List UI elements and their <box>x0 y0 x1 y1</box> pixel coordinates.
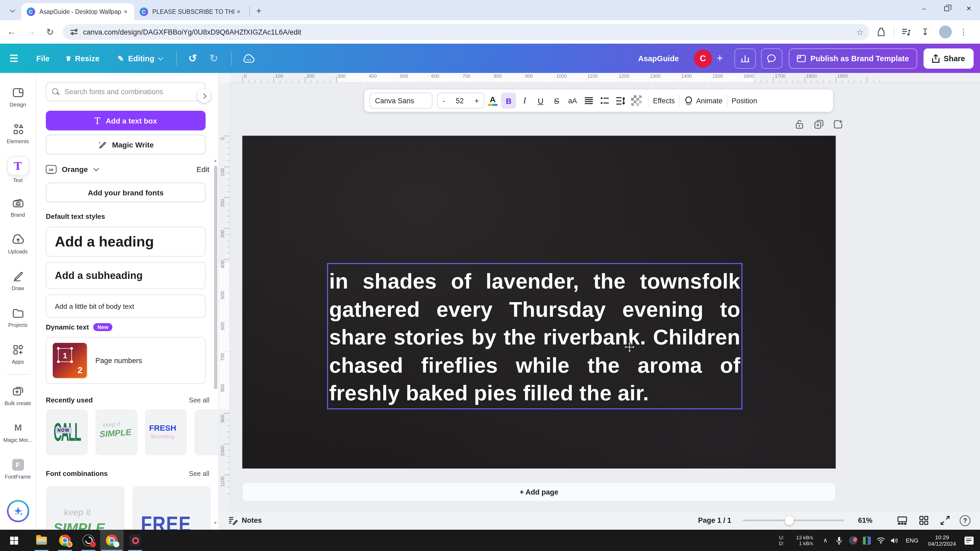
sidebar-item-elements[interactable]: Elements <box>1 115 35 152</box>
canvas-text-block[interactable]: in shades of lavender, the townsfolk gat… <box>329 267 740 407</box>
minimize-button[interactable]: – <box>913 0 935 17</box>
italic-button[interactable]: I <box>517 93 532 109</box>
screen-recorder-button[interactable] <box>124 530 147 551</box>
lock-icon[interactable] <box>793 118 806 130</box>
user-avatar[interactable]: C <box>694 49 712 67</box>
strikethrough-button[interactable]: S <box>549 93 564 109</box>
magic-assistant-button[interactable] <box>7 500 29 522</box>
chrome-profile2-button[interactable] <box>100 530 124 551</box>
carousel-next-button[interactable] <box>197 89 211 103</box>
duplicate-page-icon[interactable] <box>812 118 825 130</box>
file-menu-button[interactable]: File <box>36 54 49 62</box>
comments-button[interactable] <box>761 48 782 68</box>
browser-menu-icon[interactable]: ⋮ <box>956 24 971 40</box>
add-heading-card[interactable]: Add a heading <box>46 227 205 257</box>
edit-brand-kit-link[interactable]: Edit <box>197 165 209 173</box>
wifi-icon[interactable] <box>875 533 886 548</box>
notification-icon[interactable] <box>964 536 974 545</box>
zoom-slider-thumb[interactable] <box>785 516 794 525</box>
add-member-button[interactable]: + <box>712 50 728 66</box>
font-style-keep-it-simple[interactable]: keep it SIMPLE <box>95 410 137 455</box>
text-case-button[interactable]: aA <box>565 93 580 109</box>
sidebar-item-apps[interactable]: Apps <box>1 335 35 372</box>
page-numbers-card[interactable]: 1 2 Page numbers <box>46 337 205 384</box>
gpu-app-icon[interactable] <box>861 533 872 548</box>
new-tab-button[interactable]: + <box>252 4 266 18</box>
chrome-profile1-button[interactable] <box>53 530 77 551</box>
fullscreen-icon[interactable] <box>939 514 951 527</box>
alignment-button[interactable] <box>581 93 596 109</box>
sidebar-item-design[interactable]: Design <box>1 78 35 115</box>
pages-grid-icon[interactable] <box>917 514 930 527</box>
bookmark-star-icon[interactable]: ☆ <box>856 27 864 37</box>
browser-profile-avatar[interactable] <box>939 25 952 38</box>
list-button[interactable] <box>597 93 612 109</box>
font-size-value[interactable]: 52 <box>456 97 464 105</box>
effects-button[interactable]: Effects <box>653 97 675 105</box>
insights-button[interactable] <box>734 48 756 68</box>
close-window-button[interactable]: × <box>958 0 980 17</box>
position-button[interactable]: Position <box>732 97 757 105</box>
share-button[interactable]: Share <box>923 48 974 68</box>
editing-mode-dropdown[interactable]: ✎ Editing <box>118 54 162 62</box>
sidebar-item-draw[interactable]: Draw <box>1 262 35 299</box>
status-dot-icon[interactable] <box>848 533 858 548</box>
font-family-selector[interactable]: Canva Sans <box>370 93 433 109</box>
increase-size-button[interactable]: + <box>474 97 479 105</box>
design-page[interactable]: in shades of lavender, the townsfolk gat… <box>242 136 836 468</box>
text-element-selection[interactable]: in shades of lavender, the townsfolk gat… <box>327 263 743 410</box>
browser-tab-active[interactable]: C AsapGuide - Desktop Wallpape × <box>21 3 134 20</box>
text-color-button[interactable]: A <box>485 93 500 109</box>
combo-free[interactable]: FREE <box>132 486 211 530</box>
add-page-icon[interactable] <box>831 118 844 130</box>
brand-kit-name[interactable]: Orange <box>62 165 88 173</box>
browser-tab-inactive[interactable]: C PLEASE SUBSCRIBE TO THIS CH × <box>134 3 247 20</box>
obs-button[interactable] <box>77 530 100 551</box>
see-all-link[interactable]: See all <box>189 470 209 477</box>
tray-expand-icon[interactable]: ∧ <box>820 533 830 548</box>
add-subheading-card[interactable]: Add a subheading <box>46 262 205 289</box>
resize-button[interactable]: ♛ Resize <box>65 54 99 62</box>
add-page-button[interactable]: + Add page <box>242 482 836 502</box>
chevron-down-icon[interactable] <box>94 166 99 171</box>
transparency-button[interactable] <box>629 93 644 109</box>
file-explorer-button[interactable] <box>30 530 53 551</box>
cloud-save-icon[interactable] <box>242 54 255 63</box>
download-icon[interactable]: ↧ <box>918 24 932 40</box>
start-button[interactable] <box>2 530 25 551</box>
sidebar-item-text[interactable]: T Text <box>1 152 35 189</box>
tab-search-button[interactable] <box>5 4 19 17</box>
url-bar[interactable]: canva.com/design/DAGXFBBoiYg/0U8xD9Q6AHZ… <box>63 24 869 40</box>
see-all-link[interactable]: See all <box>189 396 209 404</box>
scrollbar-thumb[interactable] <box>214 165 217 389</box>
scroll-down-icon[interactable]: ▼ <box>213 521 218 526</box>
bold-button[interactable]: B <box>501 93 516 109</box>
magic-write-button[interactable]: Magic Write <box>46 135 205 154</box>
zoom-level[interactable]: 61% <box>858 516 872 524</box>
close-icon[interactable]: × <box>234 8 243 16</box>
panel-scrollbar[interactable]: ▲ ▼ <box>213 158 218 526</box>
reload-button[interactable]: ↻ <box>43 24 57 40</box>
spacing-button[interactable] <box>613 93 628 109</box>
font-search-box[interactable] <box>46 82 205 101</box>
team-name[interactable]: AsapGuide <box>638 54 679 62</box>
back-button[interactable]: ← <box>4 24 19 40</box>
sidebar-item-uploads[interactable]: Uploads <box>1 225 35 262</box>
main-menu-button[interactable]: ☰ <box>10 52 18 64</box>
sidebar-item-brand[interactable]: co Brand <box>1 189 35 225</box>
search-input[interactable] <box>64 87 200 96</box>
sidebar-item-magic-morph[interactable]: M Magic Mor... <box>1 414 35 450</box>
sidebar-item-fontframe[interactable]: F FontFrame <box>1 450 35 487</box>
sidebar-item-bulk-create[interactable]: Bulk create <box>1 377 35 414</box>
zoom-slider[interactable] <box>743 519 844 521</box>
publish-brand-template-button[interactable]: Publish as Brand Template <box>789 48 917 68</box>
add-text-box-button[interactable]: T Add a text box <box>46 111 205 130</box>
microphone-icon[interactable] <box>834 533 845 548</box>
redo-button[interactable]: ↻ <box>210 52 218 64</box>
language-indicator[interactable]: ENG <box>906 537 918 543</box>
undo-button[interactable]: ↺ <box>188 52 197 64</box>
help-icon[interactable]: ? <box>960 515 970 526</box>
underline-button[interactable]: U <box>533 93 548 109</box>
add-brand-fonts-button[interactable]: Add your brand fonts <box>46 183 205 202</box>
font-size-stepper[interactable]: - 52 + <box>437 93 484 109</box>
